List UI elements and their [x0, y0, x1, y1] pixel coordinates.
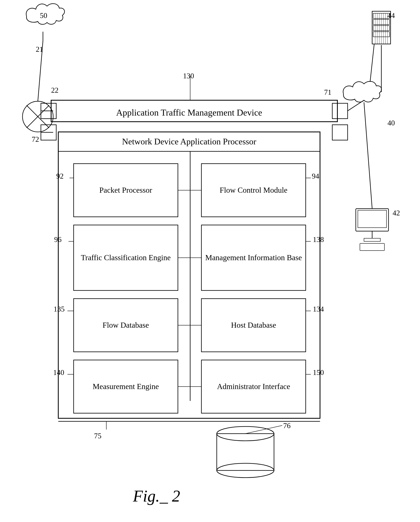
host-database-module: Host Database [201, 299, 306, 352]
svg-line-46 [348, 100, 364, 111]
cloud-right [343, 81, 382, 102]
svg-rect-2 [373, 19, 389, 24]
ref-138: 138 [313, 235, 324, 244]
ref-130: 130 [183, 72, 194, 80]
measurement-engine-text: Measurement Engine [93, 382, 159, 392]
svg-line-48 [364, 102, 372, 209]
admin-interface-module: Administrator Interface [201, 360, 306, 413]
svg-point-12 [23, 101, 53, 132]
svg-rect-22 [332, 103, 348, 119]
host-database-text: Host Database [231, 320, 276, 330]
ndap-header-text: Network Device Application Processor [122, 137, 256, 147]
admin-interface-text: Administrator Interface [217, 382, 290, 392]
ref-94: 94 [312, 172, 319, 180]
svg-line-63 [245, 425, 282, 434]
svg-rect-4 [373, 32, 389, 37]
svg-rect-3 [373, 26, 389, 31]
ref-44: 44 [388, 11, 395, 20]
svg-line-13 [27, 105, 49, 128]
ref-150: 150 [313, 368, 324, 377]
packet-processor-module: Packet Processor [74, 164, 178, 217]
ref-71: 71 [324, 88, 331, 97]
svg-rect-16 [358, 210, 386, 228]
flow-database-text: Flow Database [103, 320, 149, 330]
svg-rect-37 [217, 434, 274, 470]
ref-40: 40 [388, 119, 395, 127]
ref-135: 135 [53, 305, 65, 313]
atm-header-text: Application Traffic Management Device [116, 107, 262, 118]
svg-rect-15 [356, 209, 389, 231]
flow-control-text: Flow Control Module [220, 185, 287, 195]
ref-96: 96 [54, 235, 61, 244]
flow-database-module: Flow Database [74, 299, 178, 352]
ref-140: 140 [53, 368, 64, 377]
svg-point-39 [217, 463, 274, 478]
svg-line-14 [27, 105, 49, 128]
ref-72: 72 [32, 135, 39, 144]
traffic-classification-text: Traffic Classification Engine [81, 253, 170, 263]
packet-processor-text: Packet Processor [99, 185, 152, 195]
mib-text: Management Information Base [205, 253, 302, 263]
ref-50: 50 [40, 11, 47, 20]
flow-control-module: Flow Control Module [201, 164, 306, 217]
ref-22: 22 [51, 86, 59, 94]
ref-42: 42 [393, 209, 400, 217]
svg-rect-23 [41, 125, 56, 140]
ref-92: 92 [56, 172, 64, 180]
svg-rect-19 [360, 243, 384, 251]
atm-header: Application Traffic Management Device [58, 103, 320, 122]
fig-label: Fig._ 2 [133, 487, 180, 506]
ref-76: 76 [283, 421, 290, 430]
ref-75: 75 [94, 432, 101, 440]
ndap-header: Network Device Application Processor [58, 132, 320, 151]
svg-rect-21 [41, 103, 56, 119]
svg-point-38 [217, 426, 274, 441]
traffic-classification-module: Traffic Classification Engine [74, 225, 178, 291]
ref-134: 134 [313, 305, 324, 313]
svg-rect-1 [373, 13, 389, 18]
svg-line-47 [370, 44, 374, 82]
measurement-engine-module: Measurement Engine [74, 360, 178, 413]
mib-module: Management Information Base [201, 225, 306, 291]
svg-rect-18 [364, 238, 380, 241]
diagram: 50 21 22 44 40 42 71 72 130 92 94 96 138… [0, 0, 420, 522]
svg-rect-24 [332, 125, 348, 140]
ref-21: 21 [36, 45, 43, 54]
